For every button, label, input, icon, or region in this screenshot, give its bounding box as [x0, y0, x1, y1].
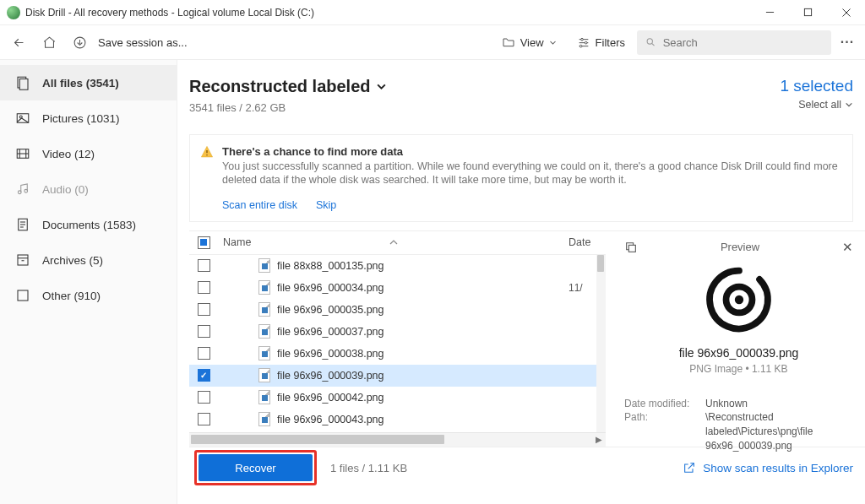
toolbar: Save session as... View Filters ··· [0, 25, 865, 60]
video-icon [15, 146, 30, 161]
page-title: Reconstructed labeled [189, 77, 371, 96]
view-label: View [520, 36, 544, 49]
select-all-button[interactable]: Select all [780, 99, 853, 111]
svg-rect-32 [18, 290, 28, 301]
date-modified-label: Date modified: [624, 397, 692, 411]
path-label: Path: [624, 410, 692, 453]
sidebar-item-pictures[interactable]: Pictures (1031) [0, 100, 177, 136]
show-in-explorer-link[interactable]: Show scan results in Explorer [683, 461, 853, 474]
pictures-icon [15, 111, 30, 126]
preview-close-button[interactable]: ✕ [842, 240, 853, 255]
preview-subtitle: PNG Image • 1.11 KB [624, 363, 853, 375]
file-checkbox[interactable] [198, 413, 210, 425]
sidebar-item-label: Audio (0) [42, 183, 89, 196]
preview-image [703, 263, 775, 336]
select-all-checkbox[interactable] [198, 236, 210, 249]
file-checkbox[interactable] [198, 391, 210, 404]
documents-icon [15, 217, 30, 232]
file-icon [258, 368, 270, 382]
window-maximize-button[interactable] [789, 0, 827, 25]
file-icon [258, 346, 270, 360]
file-row[interactable]: file 96x96_000037.png [189, 321, 606, 343]
sidebar-item-label: All files (3541) [42, 77, 119, 89]
svg-rect-16 [19, 79, 28, 90]
search-input[interactable] [663, 36, 823, 49]
file-checkbox[interactable] [198, 303, 210, 316]
sidebar-item-documents[interactable]: Documents (1583) [0, 207, 177, 242]
more-menu-button[interactable]: ··· [835, 35, 860, 50]
window-minimize-button[interactable] [751, 0, 789, 25]
file-row[interactable]: file 96x96_000043.png [189, 409, 606, 431]
sidebar: All files (3541) Pictures (1031) Video (… [0, 60, 177, 504]
file-name: file 96x96_000038.png [277, 348, 384, 360]
sort-asc-icon [389, 240, 398, 245]
content: Reconstructed labeled 3541 files / 2.62 … [177, 60, 865, 504]
warning-icon [200, 145, 214, 159]
file-row[interactable]: file 96x96_000042.png [189, 387, 606, 409]
sidebar-item-label: Other (910) [42, 290, 101, 302]
file-list-header: Name Date [189, 231, 606, 255]
back-button[interactable] [5, 30, 32, 55]
svg-point-38 [734, 295, 743, 303]
titlebar: Disk Drill - All recovery methods - Logi… [0, 0, 865, 25]
vertical-scrollbar[interactable] [596, 255, 606, 432]
file-icon [258, 324, 270, 339]
horizontal-scrollbar[interactable]: ▶ [189, 432, 606, 447]
file-name: file 96x96_000042.png [277, 392, 384, 404]
file-row[interactable]: file 96x96_000039.png [189, 365, 606, 387]
info-banner: There's a chance to find more data You j… [189, 134, 853, 222]
file-row[interactable]: file 96x96_000034.png11/ [189, 277, 606, 299]
sidebar-item-label: Documents (1583) [42, 219, 136, 231]
file-list: Name Date file 88x88_000135.pngfile 96x9… [189, 230, 606, 447]
search-box[interactable] [637, 30, 831, 55]
svg-point-11 [585, 41, 587, 44]
save-session-button[interactable]: Save session as... [98, 36, 188, 49]
page-subtitle: 3541 files / 2.62 GB [189, 101, 387, 114]
file-row[interactable]: file 96x96_000035.png [189, 299, 606, 321]
download-icon[interactable] [66, 30, 93, 55]
path-value: \Reconstructed labeled\Pictures\png\file… [705, 410, 853, 453]
file-checkbox[interactable] [198, 281, 210, 294]
sliders-icon [577, 35, 590, 49]
skip-link[interactable]: Skip [316, 199, 336, 211]
show-in-explorer-label: Show scan results in Explorer [703, 462, 853, 474]
file-checkbox[interactable] [198, 259, 210, 272]
preview-panel: Preview ✕ file 96x96_000039.png PNG Imag… [606, 230, 865, 447]
scan-entire-disk-link[interactable]: Scan entire disk [222, 199, 297, 211]
column-name[interactable]: Name [223, 236, 251, 248]
sidebar-item-audio[interactable]: Audio (0) [0, 171, 177, 207]
sidebar-item-video[interactable]: Video (12) [0, 136, 177, 171]
sidebar-item-all-files[interactable]: All files (3541) [0, 65, 177, 100]
folder-icon [502, 35, 515, 49]
app-icon [7, 6, 20, 19]
view-dropdown[interactable]: View [493, 30, 565, 55]
home-button[interactable] [35, 30, 63, 55]
filters-button[interactable]: Filters [569, 30, 634, 55]
file-row[interactable]: file 88x88_000135.png [189, 255, 606, 277]
chevron-down-icon [549, 39, 557, 46]
file-icon [258, 390, 270, 404]
file-checkbox[interactable] [198, 325, 210, 338]
page-title-dropdown[interactable]: Reconstructed labeled [189, 77, 387, 96]
chevron-down-icon [376, 81, 387, 92]
file-checkbox[interactable] [198, 369, 210, 382]
sidebar-item-archives[interactable]: Archives (5) [0, 242, 177, 278]
recover-highlight: Recover [194, 450, 317, 485]
file-row[interactable]: file 96x96_000038.png [189, 343, 606, 365]
preview-title: Preview [638, 241, 842, 253]
archives-icon [15, 252, 30, 268]
file-icon [258, 280, 270, 295]
sidebar-item-label: Archives (5) [42, 254, 103, 267]
file-checkbox[interactable] [198, 347, 210, 360]
copy-icon[interactable] [624, 241, 638, 254]
select-all-label: Select all [798, 99, 841, 111]
chevron-down-icon [845, 100, 853, 109]
window-close-button[interactable] [827, 0, 865, 25]
file-name: file 96x96_000043.png [277, 414, 384, 425]
sidebar-item-label: Video (12) [42, 148, 95, 160]
recover-button[interactable]: Recover [199, 454, 313, 481]
column-date[interactable]: Date [569, 236, 606, 248]
selection-summary: 1 files / 1.11 KB [330, 462, 407, 474]
file-name: file 96x96_000039.png [277, 370, 384, 382]
sidebar-item-other[interactable]: Other (910) [0, 278, 177, 313]
